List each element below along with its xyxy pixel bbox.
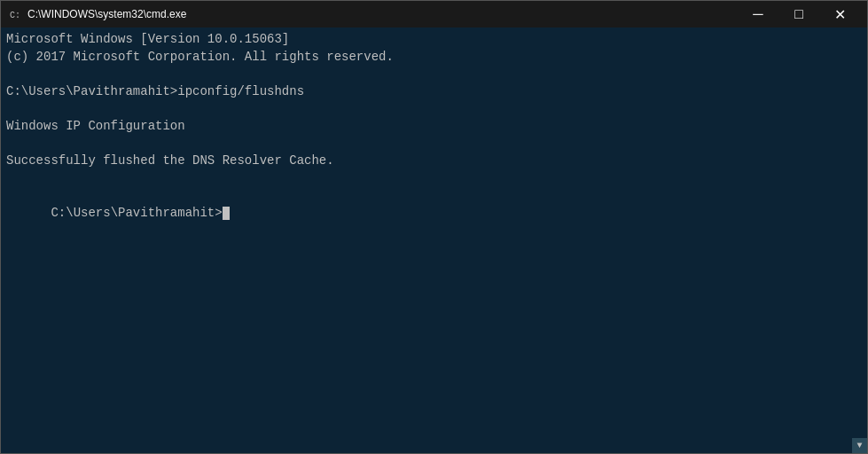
maximize-button[interactable]: □ xyxy=(778,1,819,27)
title-bar: C: C:\WINDOWS\system32\cmd.exe ─ □ ✕ xyxy=(1,1,867,27)
svg-text:C:: C: xyxy=(10,11,20,20)
window-title: C:\WINDOWS\system32\cmd.exe xyxy=(27,8,738,20)
cmd-window: C: C:\WINDOWS\system32\cmd.exe ─ □ ✕ Mic… xyxy=(0,0,868,454)
terminal-line-8: Successfully flushed the DNS Resolver Ca… xyxy=(6,153,862,170)
terminal-line-1: Microsoft Windows [Version 10.0.15063] xyxy=(6,31,862,49)
terminal-line-3 xyxy=(6,66,862,83)
window-controls: ─ □ ✕ xyxy=(738,1,860,27)
terminal-prompt: C:\Users\Pavithramahit> xyxy=(51,206,222,220)
scroll-down-arrow[interactable]: ▼ xyxy=(852,438,867,453)
terminal-line-2: (c) 2017 Microsoft Corporation. All righ… xyxy=(6,49,862,67)
cmd-icon: C: xyxy=(8,7,22,21)
terminal-prompt-line: C:\Users\Pavithramahit> xyxy=(6,187,862,239)
close-button[interactable]: ✕ xyxy=(819,1,860,27)
terminal-line-9 xyxy=(6,170,862,188)
terminal-line-5 xyxy=(6,100,862,118)
terminal-line-6: Windows IP Configuration xyxy=(6,118,862,136)
terminal-line-4: C:\Users\Pavithramahit>ipconfig/flushdns xyxy=(6,83,862,101)
minimize-button[interactable]: ─ xyxy=(738,1,778,27)
terminal-line-7 xyxy=(6,136,862,153)
terminal-body[interactable]: Microsoft Windows [Version 10.0.15063] (… xyxy=(1,27,867,453)
scrollbar[interactable]: ▼ xyxy=(852,27,867,453)
terminal-cursor xyxy=(223,207,230,220)
